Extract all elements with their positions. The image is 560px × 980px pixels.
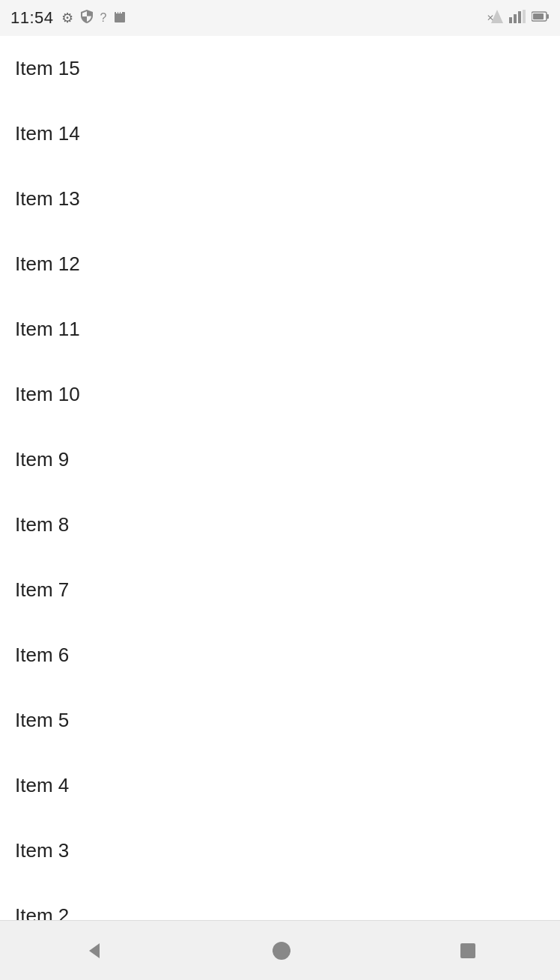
- list-item[interactable]: Item 2: [0, 883, 560, 920]
- list-item[interactable]: Item 4: [0, 753, 560, 818]
- back-button[interactable]: [76, 933, 112, 969]
- wifi-question-icon: ?: [100, 11, 107, 25]
- recents-button[interactable]: [451, 934, 484, 967]
- signal-bars-icon: [509, 10, 526, 26]
- svg-text:✕: ✕: [487, 13, 494, 23]
- shield-icon: [81, 10, 93, 27]
- status-bar: 11:54 ? ✕: [0, 0, 560, 36]
- svg-rect-3: [121, 10, 122, 13]
- list-item[interactable]: Item 13: [0, 166, 560, 232]
- status-bar-right: ✕: [487, 10, 550, 26]
- svg-rect-0: [115, 12, 125, 22]
- svg-rect-8: [518, 11, 521, 23]
- svg-rect-2: [118, 10, 120, 13]
- status-time: 11:54: [10, 8, 54, 28]
- list-item[interactable]: Item 7: [0, 557, 560, 623]
- status-bar-left: 11:54 ?: [10, 8, 126, 28]
- svg-rect-15: [460, 943, 475, 958]
- svg-rect-1: [116, 10, 118, 13]
- svg-rect-6: [509, 17, 512, 23]
- battery-icon: [532, 11, 550, 25]
- list-container[interactable]: Item 15Item 14Item 13Item 12Item 11Item …: [0, 36, 560, 920]
- list-item[interactable]: Item 5: [0, 688, 560, 753]
- list-item[interactable]: Item 12: [0, 232, 560, 297]
- svg-rect-11: [547, 14, 549, 19]
- svg-rect-12: [533, 13, 544, 19]
- sd-card-icon: [114, 10, 126, 27]
- list-item[interactable]: Item 9: [0, 427, 560, 492]
- list-item[interactable]: Item 10: [0, 362, 560, 427]
- signal-x-icon: ✕: [487, 10, 503, 26]
- list-item[interactable]: Item 11: [0, 297, 560, 362]
- nav-bar: [0, 920, 560, 980]
- list-item[interactable]: Item 14: [0, 101, 560, 166]
- svg-rect-9: [523, 10, 526, 23]
- svg-point-14: [273, 942, 290, 960]
- svg-rect-7: [514, 14, 517, 23]
- gear-icon: [61, 10, 73, 26]
- svg-marker-13: [89, 943, 100, 958]
- list-item[interactable]: Item 6: [0, 623, 560, 688]
- home-button[interactable]: [264, 933, 299, 969]
- list-item[interactable]: Item 15: [0, 36, 560, 101]
- list-item[interactable]: Item 3: [0, 818, 560, 883]
- list-item[interactable]: Item 8: [0, 492, 560, 557]
